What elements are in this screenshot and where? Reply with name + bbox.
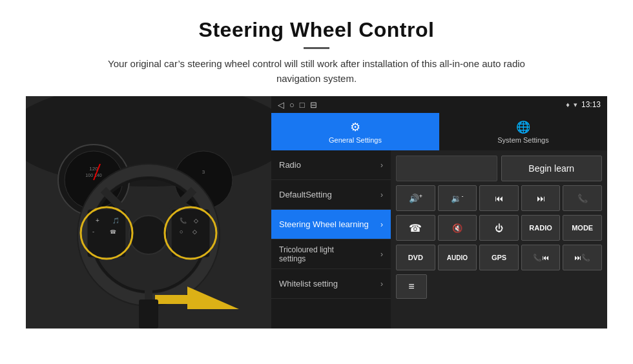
dvd-label: DVD xyxy=(408,254,423,261)
menu-item-radio[interactable]: Radio › xyxy=(271,150,391,180)
menu-item-whitelist[interactable]: Whitelist setting › xyxy=(271,269,391,299)
status-time: 13:13 xyxy=(581,100,601,109)
control-grid-row2: ☎ 🔇 ⏻ RADIO MODE xyxy=(396,215,602,241)
right-panel: Begin learn 🔊+ 🔉- ⏮ xyxy=(391,150,607,329)
hang-up-icon: ☎ xyxy=(409,222,422,234)
control-grid-row1: 🔊+ 🔉- ⏮ ⏭ 📞 xyxy=(396,185,602,211)
begin-learn-button[interactable]: Begin learn xyxy=(501,156,603,181)
gps-icon: ♦ xyxy=(566,101,570,108)
prev-track-button[interactable]: ⏮ xyxy=(479,185,519,211)
audio-label: AUDIO xyxy=(447,254,468,261)
vol-up-button[interactable]: 🔊+ xyxy=(396,185,435,211)
tab-general[interactable]: ⚙ General Settings xyxy=(271,113,439,150)
empty-input-box xyxy=(396,156,497,181)
gps-button[interactable]: GPS xyxy=(479,245,519,270)
chevron-tricolour-icon: › xyxy=(380,250,383,259)
mute-button[interactable]: 🔇 xyxy=(438,215,477,241)
back-icon[interactable]: ◁ xyxy=(278,100,284,110)
whitelist-row: ≡ xyxy=(396,274,602,299)
menu-default-label: DefaultSetting xyxy=(279,190,380,199)
chevron-steering-icon: › xyxy=(380,220,383,229)
home-icon[interactable]: ○ xyxy=(289,100,295,110)
vol-down-button[interactable]: 🔉- xyxy=(438,185,477,211)
menu-item-steering[interactable]: Steering Wheel learning › xyxy=(271,210,391,239)
recent-icon[interactable]: □ xyxy=(300,100,305,110)
tab-general-label: General Settings xyxy=(329,136,382,144)
phone-icon: 📞 xyxy=(577,194,588,203)
radio-label-text: RADIO xyxy=(529,224,552,232)
mode-label-text: MODE xyxy=(572,224,593,232)
android-ui: ◁ ○ □ ⊟ ♦ ▾ 13:13 ⚙ General Settings xyxy=(271,96,607,329)
next-track-icon: ⏭ xyxy=(537,194,545,203)
gps-label: GPS xyxy=(492,254,506,261)
page-wrapper: Steering Wheel Control Your original car… xyxy=(0,0,633,341)
audio-button[interactable]: AUDIO xyxy=(438,245,477,270)
status-bar: ◁ ○ □ ⊟ ♦ ▾ 13:13 xyxy=(271,96,607,113)
menu-panel: Radio › DefaultSetting › Steering Wheel … xyxy=(271,150,391,329)
hang-up-button[interactable]: ☎ xyxy=(396,215,435,241)
skip-next-icon: ⏭📞 xyxy=(574,254,590,262)
menu-item-default[interactable]: DefaultSetting › xyxy=(271,180,391,210)
title-divider xyxy=(304,47,329,49)
status-bar-left: ◁ ○ □ ⊟ xyxy=(278,100,317,110)
general-settings-icon: ⚙ xyxy=(350,120,360,134)
system-settings-icon: 🌐 xyxy=(516,120,530,134)
phone-prev-button[interactable]: 📞⏮ xyxy=(521,245,561,270)
chevron-radio-icon: › xyxy=(380,161,383,170)
svg-rect-31 xyxy=(26,96,271,329)
skip-next-button[interactable]: ⏭📞 xyxy=(563,245,602,270)
menu-icon[interactable]: ⊟ xyxy=(310,100,317,110)
menu-steering-label: Steering Wheel learning xyxy=(279,219,380,229)
chevron-default-icon: › xyxy=(380,190,383,199)
dvd-button[interactable]: DVD xyxy=(396,245,435,270)
tab-bar: ⚙ General Settings 🌐 System Settings xyxy=(271,113,607,150)
next-track-button[interactable]: ⏭ xyxy=(521,185,561,211)
menu-tricolour-label: Tricoloured lightsettings xyxy=(279,245,380,263)
tab-system[interactable]: 🌐 System Settings xyxy=(439,113,607,150)
wifi-icon: ▾ xyxy=(574,101,577,109)
phone-button[interactable]: 📞 xyxy=(563,185,602,211)
status-bar-right: ♦ ▾ 13:13 xyxy=(566,100,601,109)
chevron-whitelist-icon: › xyxy=(380,279,383,288)
prev-track-icon: ⏮ xyxy=(495,194,503,203)
power-button[interactable]: ⏻ xyxy=(479,215,519,241)
menu-radio-label: Radio xyxy=(279,160,380,170)
control-grid-row3: DVD AUDIO GPS 📞⏮ ⏭📞 xyxy=(396,245,602,270)
car-image: 120 100 140 3 xyxy=(26,96,271,329)
content-area: 120 100 140 3 xyxy=(26,96,607,329)
list-menu-icon: ≡ xyxy=(408,281,414,292)
tab-system-label: System Settings xyxy=(497,136,548,144)
list-menu-button[interactable]: ≡ xyxy=(396,274,427,299)
vol-up-icon: 🔊+ xyxy=(409,193,422,203)
page-title: Steering Wheel Control xyxy=(26,18,607,42)
phone-prev-icon: 📞⏮ xyxy=(533,254,549,262)
title-section: Steering Wheel Control Your original car… xyxy=(26,18,607,86)
power-icon: ⏻ xyxy=(495,223,503,233)
menu-whitelist-label: Whitelist setting xyxy=(279,279,380,288)
mute-icon: 🔇 xyxy=(452,223,462,233)
vol-down-icon: 🔉- xyxy=(451,193,463,203)
menu-item-tricolour[interactable]: Tricoloured lightsettings › xyxy=(271,239,391,269)
page-subtitle: Your original car’s steering wheel contr… xyxy=(90,57,543,86)
radio-label-button[interactable]: RADIO xyxy=(521,215,561,241)
mode-button[interactable]: MODE xyxy=(563,215,602,241)
main-content: Radio › DefaultSetting › Steering Wheel … xyxy=(271,150,607,329)
radio-row: Begin learn xyxy=(396,156,602,181)
